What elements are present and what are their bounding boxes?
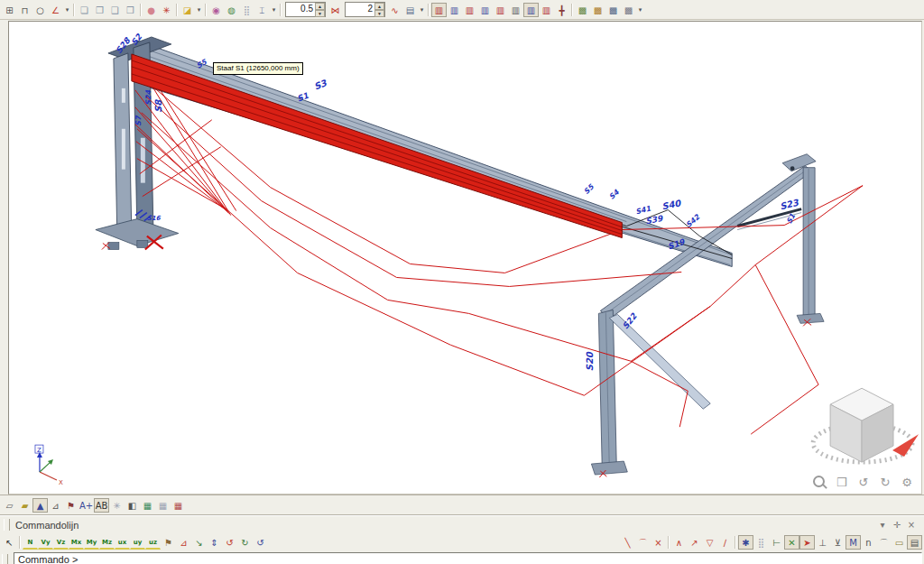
- draw-dropdown[interactable]: ▾: [63, 3, 71, 17]
- result-mx-icon[interactable]: Mx: [69, 536, 84, 550]
- deform-scale-spinner-down-button[interactable]: ▼: [374, 10, 384, 17]
- copy-icon[interactable]: ❏: [77, 3, 92, 17]
- regen-labels-icon[interactable]: ▥: [539, 3, 554, 17]
- member-label-s20[interactable]: S20: [585, 351, 595, 371]
- vertex-line-icon[interactable]: ∕: [717, 535, 733, 550]
- tag-icon[interactable]: ◧: [125, 498, 140, 513]
- result-uy-icon[interactable]: uy: [130, 536, 145, 550]
- circle-icon[interactable]: ○: [32, 3, 48, 17]
- result-vy-icon[interactable]: Vy: [38, 536, 53, 550]
- polyline-icon[interactable]: ⊓: [17, 3, 32, 17]
- star-effects-icon[interactable]: ✳: [109, 498, 125, 513]
- delete-dot-icon[interactable]: ●: [143, 3, 159, 17]
- dimension-style-icon[interactable]: ⌶: [254, 3, 270, 17]
- grid-plain-icon[interactable]: ▦: [155, 498, 171, 513]
- snap-cursor-icon[interactable]: ✱: [738, 535, 753, 550]
- measure-ruler-icon[interactable]: ▭: [892, 535, 907, 550]
- snap-perpendicular-icon[interactable]: ⊥: [815, 535, 830, 550]
- move-view-icon[interactable]: ╋: [554, 3, 569, 17]
- result-flag-icon[interactable]: ⚑: [161, 535, 176, 550]
- command-grip[interactable]: [2, 554, 8, 564]
- vertex-arrow-icon[interactable]: ↗: [687, 535, 702, 550]
- vertex-angle-icon[interactable]: ∧: [671, 535, 687, 550]
- measure-angle-icon[interactable]: ⊿: [48, 498, 63, 513]
- support-labels-icon[interactable]: ▥: [477, 3, 493, 17]
- node-labels-icon[interactable]: ▥: [447, 3, 462, 17]
- member-label-s22[interactable]: S22: [621, 311, 639, 331]
- wireframe-cube-icon[interactable]: ▱: [2, 498, 17, 513]
- selection-labels-icon[interactable]: ▥: [523, 3, 539, 17]
- member-label-s16[interactable]: S16: [147, 215, 162, 222]
- numbers-display-icon[interactable]: ▤: [402, 3, 418, 17]
- result-mz-icon[interactable]: Mz: [99, 536, 115, 550]
- style-dropdown[interactable]: ▾: [270, 3, 278, 17]
- view-scale-spinner-up-button[interactable]: ▲: [315, 3, 325, 10]
- view-scale-spinner[interactable]: 0.5▲▼: [285, 2, 326, 17]
- swap-scale-icon[interactable]: ⋈: [328, 3, 343, 17]
- extreme-updown-icon[interactable]: ⇕: [207, 535, 222, 550]
- snap-nearest-icon[interactable]: ➤: [799, 535, 815, 550]
- result-labels-icon[interactable]: ▥: [493, 3, 508, 17]
- text-abc-icon[interactable]: AB: [94, 498, 109, 513]
- rotate-y-icon[interactable]: ↻: [237, 535, 253, 550]
- rotate-z-icon[interactable]: ↺: [253, 535, 268, 550]
- extreme-down-icon[interactable]: ↘: [191, 535, 207, 550]
- dot-grid-icon[interactable]: ⣿: [239, 3, 254, 17]
- member-label-s41[interactable]: S41: [634, 204, 651, 216]
- save-image-icon[interactable]: ▩: [575, 3, 590, 17]
- panel-dropdown-button[interactable]: ▾: [875, 520, 890, 530]
- grid-colored-icon[interactable]: ▦: [140, 498, 155, 513]
- result-my-icon[interactable]: My: [84, 536, 99, 550]
- cube-view-icon[interactable]: ❒: [836, 476, 847, 489]
- orbit-vertical-icon[interactable]: ↻: [880, 476, 890, 489]
- member-label-s5[interactable]: S5: [582, 182, 596, 196]
- deformation-icon[interactable]: ∿: [387, 3, 402, 17]
- view-scale-spinner-down-button[interactable]: ▼: [315, 10, 325, 17]
- result-n-icon[interactable]: N: [23, 536, 38, 550]
- deform-scale-spinner-up-button[interactable]: ▲: [374, 3, 384, 10]
- view-scale-spinner-value[interactable]: 0.5: [286, 3, 315, 16]
- grid-points-icon[interactable]: ⊞: [2, 3, 17, 17]
- member-label-s39[interactable]: S39: [645, 214, 664, 227]
- zoom-fit-icon[interactable]: [813, 476, 825, 490]
- paste-icon[interactable]: ❑: [107, 3, 123, 17]
- snap-midpoint-icon[interactable]: ✕: [784, 535, 799, 550]
- snap-grid-icon[interactable]: ⣿: [753, 535, 769, 550]
- folder-dropdown[interactable]: ▾: [195, 3, 203, 17]
- vertex-triangle-icon[interactable]: ▽: [702, 535, 717, 550]
- snap-orthogonal-icon[interactable]: ⊻: [830, 535, 845, 550]
- zoom-colors-icon[interactable]: ◍: [224, 3, 239, 17]
- gallery-icon[interactable]: ▩: [590, 3, 605, 17]
- text-plus-icon[interactable]: A+: [79, 498, 94, 513]
- draw-line-icon[interactable]: ╲: [620, 535, 635, 550]
- snap-endpoint-icon[interactable]: ⊢: [769, 535, 784, 550]
- deform-scale-spinner[interactable]: 2▲▼: [345, 2, 385, 17]
- result-vz-icon[interactable]: Vz: [53, 536, 69, 550]
- deform-scale-spinner-value[interactable]: 2: [346, 3, 374, 16]
- member-label-s8[interactable]: S8: [153, 99, 163, 113]
- numbers-dropdown[interactable]: ▾: [418, 3, 426, 17]
- select-cursor-icon[interactable]: ↖: [2, 535, 17, 550]
- copy-multi-icon[interactable]: ❐: [92, 3, 107, 17]
- panel-grip[interactable]: [4, 519, 10, 531]
- draw-arc-icon[interactable]: ⌒: [635, 535, 651, 550]
- cancel-icon[interactable]: ×: [651, 535, 666, 550]
- result-ux-icon[interactable]: ux: [115, 536, 130, 550]
- member-label-s7[interactable]: S7: [134, 115, 143, 126]
- member-labels-icon[interactable]: ▥: [431, 3, 447, 17]
- panel-close-button[interactable]: ×: [904, 520, 919, 530]
- command-input[interactable]: [14, 552, 922, 564]
- result-uz-icon[interactable]: uz: [145, 536, 161, 550]
- human-scale-icon[interactable]: ▲: [32, 498, 48, 513]
- view-settings-icon[interactable]: ⚙: [901, 476, 912, 489]
- grid-red-icon[interactable]: ▦: [171, 498, 186, 513]
- member-label-s40[interactable]: S40: [661, 198, 682, 211]
- 3d-model-view[interactable]: Z X S28S2S24S8S7S5S3S1S16S5S4S41S40S39S4…: [9, 22, 921, 494]
- print-preview-icon[interactable]: ▩: [605, 3, 621, 17]
- model-viewport[interactable]: Z X S28S2S24S8S7S5S3S1S16S5S4S41S40S39S4…: [8, 21, 922, 495]
- member-label-s3[interactable]: S3: [312, 78, 328, 92]
- paste-special-icon[interactable]: ❒: [123, 3, 138, 17]
- angle-icon[interactable]: ∠: [48, 3, 63, 17]
- activity-icon[interactable]: ◉: [208, 3, 224, 17]
- member-label-s4[interactable]: S4: [607, 188, 621, 201]
